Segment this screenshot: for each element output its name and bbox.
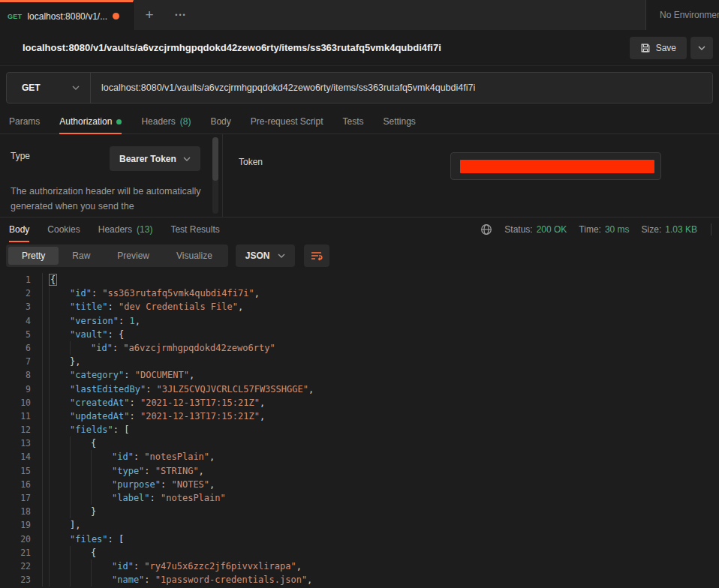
indent-guide xyxy=(49,396,70,410)
code-line: 4"version": 1, xyxy=(0,314,719,328)
environment-label: No Environment xyxy=(660,10,719,20)
response-header: Body Cookies Headers (13) Test Results S… xyxy=(0,218,719,242)
indent-guide xyxy=(49,546,70,560)
chevron-down-icon xyxy=(698,46,705,50)
code-line: 10"createdAt": "2021-12-13T17:15:21Z", xyxy=(0,396,719,410)
line-number: 12 xyxy=(0,423,43,436)
tab-tests[interactable]: Tests xyxy=(342,110,363,134)
line-number: 19 xyxy=(0,518,43,532)
line-number: 6 xyxy=(0,341,43,355)
auth-token-pane: Token xyxy=(223,134,719,217)
response-tab-body[interactable]: Body xyxy=(9,218,29,242)
indent-guide xyxy=(91,450,112,464)
indent-guide xyxy=(49,532,70,546)
indent-guide xyxy=(49,573,70,586)
save-icon xyxy=(640,43,651,53)
globe-icon[interactable] xyxy=(480,224,492,236)
code-content: } xyxy=(43,505,96,518)
auth-type-pane: Type Bearer Token The authorization head… xyxy=(0,134,223,217)
code-content: { xyxy=(43,546,96,560)
tab-options-button[interactable]: ••• xyxy=(165,0,197,30)
tab-params[interactable]: Params xyxy=(9,110,40,134)
time-readout: Time: 30 ms xyxy=(579,224,629,235)
wrap-lines-button[interactable] xyxy=(304,244,329,267)
chevron-down-icon xyxy=(183,157,191,161)
line-number: 10 xyxy=(0,396,43,410)
response-view-toolbar: Pretty Raw Preview Visualize JSON xyxy=(0,242,719,270)
code-line: 18} xyxy=(0,505,719,518)
response-tab-cookies[interactable]: Cookies xyxy=(47,218,80,242)
environment-selector[interactable]: No Environment xyxy=(645,0,719,30)
indent-guide xyxy=(49,464,70,478)
line-number: 16 xyxy=(0,478,43,491)
code-line: 21{ xyxy=(0,546,719,560)
url-input[interactable]: localhost:8080/v1/vaults/a6vzcjrmhgpqdok… xyxy=(91,73,712,103)
line-number: 21 xyxy=(0,546,43,560)
unsaved-changes-dot-icon xyxy=(113,13,119,20)
view-tab-visualize[interactable]: Visualize xyxy=(163,247,226,265)
code-line: 22"id": "ry47u5x6zzc2jf6pivvxlirapa", xyxy=(0,560,719,573)
code-content: "updatedAt": "2021-12-13T17:15:21Z", xyxy=(43,410,265,423)
indent-guide xyxy=(70,436,91,450)
indent-guide xyxy=(49,328,70,341)
code-content: "name": "1password-credentials.json", xyxy=(43,573,312,586)
tab-prerequest-script[interactable]: Pre-request Script xyxy=(251,110,323,134)
new-tab-button[interactable]: + xyxy=(134,0,165,30)
line-number: 14 xyxy=(0,450,43,464)
view-tab-raw[interactable]: Raw xyxy=(59,247,104,265)
code-content: "id": "ss363rutafq5vmk4qubdi4fi7i", xyxy=(43,286,260,300)
tab-body[interactable]: Body xyxy=(210,110,230,134)
code-line: 17"label": "notesPlain" xyxy=(0,491,719,505)
indent-guide xyxy=(70,546,91,560)
indent-guide xyxy=(70,560,91,573)
code-line: 14"id": "notesPlain", xyxy=(0,450,719,464)
tab-settings[interactable]: Settings xyxy=(384,110,416,134)
indent-guide xyxy=(49,450,70,464)
time-value: 30 ms xyxy=(605,224,630,235)
line-number: 3 xyxy=(0,300,43,314)
chevron-down-icon xyxy=(72,86,80,90)
url-box: GET localhost:8080/v1/vaults/a6vzcjrmhgp… xyxy=(6,72,713,104)
line-number: 2 xyxy=(0,286,43,300)
code-content: "id": "ry47u5x6zzc2jf6pivvxlirapa", xyxy=(43,560,302,573)
request-title: localhost:8080/v1/vaults/a6vzcjrmhgpqdok… xyxy=(23,42,630,53)
view-tab-preview[interactable]: Preview xyxy=(104,247,163,265)
code-content: "createdAt": "2021-12-13T17:15:21Z", xyxy=(43,396,265,410)
code-content: "category": "DOCUMENT", xyxy=(43,368,194,382)
postman-window: GET localhost:8080/v1/... + ••• No Envir… xyxy=(0,0,719,588)
line-number: 13 xyxy=(0,436,43,450)
line-number: 5 xyxy=(0,328,43,341)
token-input[interactable] xyxy=(450,152,661,180)
chevron-down-icon xyxy=(278,254,285,258)
response-tab-headers[interactable]: Headers (13) xyxy=(98,218,153,242)
authorization-section: Type Bearer Token The authorization head… xyxy=(0,134,719,218)
request-tab[interactable]: GET localhost:8080/v1/... xyxy=(0,0,134,30)
view-tab-pretty[interactable]: Pretty xyxy=(8,247,59,265)
format-select[interactable]: JSON xyxy=(236,244,295,267)
tab-headers[interactable]: Headers (8) xyxy=(141,110,191,134)
headers-count: (8) xyxy=(180,116,191,127)
code-content: ], xyxy=(43,518,80,532)
tab-authorization[interactable]: Authorization xyxy=(59,110,122,134)
indent-guide xyxy=(91,478,112,491)
response-json[interactable]: 1{2"id": "ss363rutafq5vmk4qubdi4fi7i",3"… xyxy=(0,270,719,588)
save-options-button[interactable] xyxy=(690,37,713,59)
code-line: 19], xyxy=(0,518,719,532)
indent-guide xyxy=(91,491,112,505)
line-number: 11 xyxy=(0,410,43,423)
save-button[interactable]: Save xyxy=(630,37,687,59)
auth-type-select[interactable]: Bearer Token xyxy=(110,146,200,171)
wrap-lines-icon xyxy=(310,250,323,262)
scrollbar-thumb[interactable] xyxy=(212,137,218,181)
auth-type-value: Bearer Token xyxy=(119,154,176,164)
indent-guide xyxy=(70,491,91,505)
method-select[interactable]: GET xyxy=(7,73,91,103)
line-number: 7 xyxy=(0,355,43,368)
auth-pane-scrollbar[interactable] xyxy=(212,137,218,214)
indent-guide xyxy=(70,341,91,355)
response-tab-test-results[interactable]: Test Results xyxy=(170,218,219,242)
auth-helper-text: The authorization header will be automat… xyxy=(11,184,207,214)
code-content: "vault": { xyxy=(43,328,124,341)
size-readout: Size: 1.03 KB xyxy=(642,224,697,235)
code-content: "lastEditedBy": "3JLZ5CVQJVCRLCL57FW3SSH… xyxy=(43,382,314,396)
